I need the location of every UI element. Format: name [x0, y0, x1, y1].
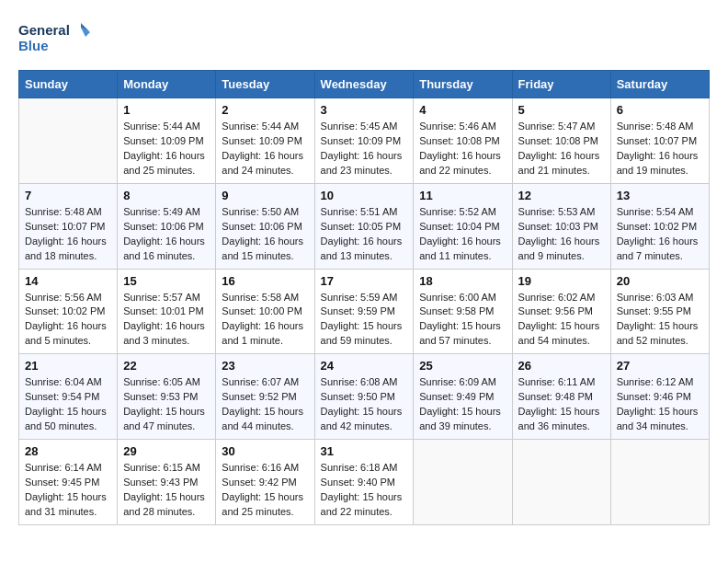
calendar-cell: 14Sunrise: 5:56 AM Sunset: 10:02 PM Dayl…	[19, 269, 118, 354]
day-info: Sunrise: 5:56 AM Sunset: 10:02 PM Daylig…	[25, 291, 111, 350]
day-number: 4	[419, 103, 506, 117]
calendar-week-row: 28Sunrise: 6:14 AM Sunset: 9:45 PM Dayli…	[19, 440, 710, 525]
day-number: 31	[321, 444, 408, 458]
day-info: Sunrise: 6:14 AM Sunset: 9:45 PM Dayligh…	[25, 461, 111, 520]
day-number: 1	[123, 103, 210, 117]
day-number: 30	[222, 444, 308, 458]
day-number: 23	[222, 359, 308, 373]
day-info: Sunrise: 6:05 AM Sunset: 9:53 PM Dayligh…	[123, 375, 210, 434]
day-info: Sunrise: 5:54 AM Sunset: 10:02 PM Daylig…	[617, 205, 703, 264]
calendar-cell	[19, 98, 118, 184]
day-number: 6	[617, 103, 703, 117]
day-number: 12	[518, 189, 605, 202]
day-number: 9	[222, 189, 308, 202]
day-number: 21	[25, 359, 111, 373]
day-info: Sunrise: 5:58 AM Sunset: 10:00 PM Daylig…	[222, 291, 308, 350]
calendar-cell: 22Sunrise: 6:05 AM Sunset: 9:53 PM Dayli…	[118, 354, 216, 440]
day-info: Sunrise: 5:46 AM Sunset: 10:08 PM Daylig…	[419, 120, 506, 178]
day-info: Sunrise: 5:53 AM Sunset: 10:03 PM Daylig…	[518, 205, 605, 264]
day-number: 19	[518, 274, 605, 288]
day-info: Sunrise: 6:07 AM Sunset: 9:52 PM Dayligh…	[222, 375, 308, 434]
day-number: 25	[419, 359, 506, 373]
day-info: Sunrise: 5:59 AM Sunset: 9:59 PM Dayligh…	[321, 291, 408, 350]
day-number: 26	[518, 359, 605, 373]
weekday-header: Sunday	[19, 71, 118, 98]
calendar-cell: 29Sunrise: 6:15 AM Sunset: 9:43 PM Dayli…	[118, 440, 216, 525]
day-info: Sunrise: 6:02 AM Sunset: 9:56 PM Dayligh…	[518, 291, 605, 350]
day-info: Sunrise: 6:09 AM Sunset: 9:49 PM Dayligh…	[419, 375, 506, 434]
day-number: 22	[123, 359, 210, 373]
calendar-cell: 3Sunrise: 5:45 AM Sunset: 10:09 PM Dayli…	[314, 98, 414, 184]
day-info: Sunrise: 5:48 AM Sunset: 10:07 PM Daylig…	[25, 205, 111, 264]
day-number: 2	[222, 103, 308, 117]
calendar-cell: 28Sunrise: 6:14 AM Sunset: 9:45 PM Dayli…	[19, 440, 118, 525]
weekday-header: Saturday	[610, 71, 709, 98]
calendar-cell: 1Sunrise: 5:44 AM Sunset: 10:09 PM Dayli…	[118, 98, 216, 184]
day-info: Sunrise: 5:50 AM Sunset: 10:06 PM Daylig…	[222, 205, 308, 264]
day-info: Sunrise: 5:45 AM Sunset: 10:09 PM Daylig…	[321, 120, 408, 178]
day-info: Sunrise: 5:44 AM Sunset: 10:09 PM Daylig…	[222, 120, 308, 178]
calendar-cell: 17Sunrise: 5:59 AM Sunset: 9:59 PM Dayli…	[314, 269, 414, 354]
day-number: 11	[419, 189, 506, 202]
calendar-cell: 6Sunrise: 5:48 AM Sunset: 10:07 PM Dayli…	[610, 98, 709, 184]
calendar-week-row: 14Sunrise: 5:56 AM Sunset: 10:02 PM Dayl…	[19, 269, 710, 354]
calendar-cell: 7Sunrise: 5:48 AM Sunset: 10:07 PM Dayli…	[19, 183, 118, 269]
calendar-header-row: SundayMondayTuesdayWednesdayThursdayFrid…	[19, 71, 710, 98]
calendar-cell	[512, 440, 610, 525]
day-number: 18	[419, 274, 506, 288]
calendar-cell: 31Sunrise: 6:18 AM Sunset: 9:40 PM Dayli…	[314, 440, 414, 525]
day-info: Sunrise: 6:18 AM Sunset: 9:40 PM Dayligh…	[321, 461, 408, 520]
day-info: Sunrise: 5:51 AM Sunset: 10:05 PM Daylig…	[321, 205, 408, 264]
calendar-cell: 15Sunrise: 5:57 AM Sunset: 10:01 PM Dayl…	[118, 269, 216, 354]
calendar-week-row: 21Sunrise: 6:04 AM Sunset: 9:54 PM Dayli…	[19, 354, 710, 440]
calendar-cell: 11Sunrise: 5:52 AM Sunset: 10:04 PM Dayl…	[414, 183, 512, 269]
weekday-header: Monday	[118, 71, 216, 98]
calendar-cell: 16Sunrise: 5:58 AM Sunset: 10:00 PM Dayl…	[216, 269, 314, 354]
day-number: 8	[123, 189, 210, 202]
day-info: Sunrise: 6:12 AM Sunset: 9:46 PM Dayligh…	[617, 375, 703, 434]
calendar-cell: 13Sunrise: 5:54 AM Sunset: 10:02 PM Dayl…	[610, 183, 709, 269]
day-number: 5	[518, 103, 605, 117]
day-info: Sunrise: 5:47 AM Sunset: 10:08 PM Daylig…	[518, 120, 605, 178]
calendar-cell	[610, 440, 709, 525]
calendar-cell: 10Sunrise: 5:51 AM Sunset: 10:05 PM Dayl…	[314, 183, 414, 269]
day-info: Sunrise: 5:49 AM Sunset: 10:06 PM Daylig…	[123, 205, 210, 264]
day-number: 20	[617, 274, 703, 288]
day-number: 3	[321, 103, 408, 117]
calendar-cell: 24Sunrise: 6:08 AM Sunset: 9:50 PM Dayli…	[314, 354, 414, 440]
calendar-cell: 18Sunrise: 6:00 AM Sunset: 9:58 PM Dayli…	[414, 269, 512, 354]
calendar-cell: 5Sunrise: 5:47 AM Sunset: 10:08 PM Dayli…	[512, 98, 610, 184]
page-header: General Blue	[18, 18, 710, 55]
day-info: Sunrise: 5:48 AM Sunset: 10:07 PM Daylig…	[617, 120, 703, 178]
day-info: Sunrise: 6:00 AM Sunset: 9:58 PM Dayligh…	[419, 291, 506, 350]
calendar-cell: 30Sunrise: 6:16 AM Sunset: 9:42 PM Dayli…	[216, 440, 314, 525]
calendar-week-row: 1Sunrise: 5:44 AM Sunset: 10:09 PM Dayli…	[19, 98, 710, 184]
day-number: 14	[25, 274, 111, 288]
day-number: 28	[25, 444, 111, 458]
calendar-cell: 8Sunrise: 5:49 AM Sunset: 10:06 PM Dayli…	[118, 183, 216, 269]
weekday-header: Thursday	[414, 71, 512, 98]
weekday-header: Wednesday	[314, 71, 414, 98]
svg-text:Blue: Blue	[18, 38, 49, 53]
day-info: Sunrise: 6:16 AM Sunset: 9:42 PM Dayligh…	[222, 461, 308, 520]
day-number: 7	[25, 189, 111, 202]
calendar-cell: 25Sunrise: 6:09 AM Sunset: 9:49 PM Dayli…	[414, 354, 512, 440]
day-info: Sunrise: 5:44 AM Sunset: 10:09 PM Daylig…	[123, 120, 210, 178]
day-number: 17	[321, 274, 408, 288]
calendar-cell: 2Sunrise: 5:44 AM Sunset: 10:09 PM Dayli…	[216, 98, 314, 184]
day-number: 15	[123, 274, 210, 288]
day-number: 13	[617, 189, 703, 202]
day-info: Sunrise: 6:08 AM Sunset: 9:50 PM Dayligh…	[321, 375, 408, 434]
calendar-cell: 4Sunrise: 5:46 AM Sunset: 10:08 PM Dayli…	[414, 98, 512, 184]
calendar-table: SundayMondayTuesdayWednesdayThursdayFrid…	[18, 70, 710, 525]
calendar-cell: 23Sunrise: 6:07 AM Sunset: 9:52 PM Dayli…	[216, 354, 314, 440]
day-info: Sunrise: 6:11 AM Sunset: 9:48 PM Dayligh…	[518, 375, 605, 434]
svg-text:General: General	[18, 22, 70, 38]
day-info: Sunrise: 5:57 AM Sunset: 10:01 PM Daylig…	[123, 291, 210, 350]
logo: General Blue	[18, 18, 92, 55]
day-info: Sunrise: 5:52 AM Sunset: 10:04 PM Daylig…	[419, 205, 506, 264]
day-number: 10	[321, 189, 408, 202]
calendar-cell	[414, 440, 512, 525]
calendar-cell: 19Sunrise: 6:02 AM Sunset: 9:56 PM Dayli…	[512, 269, 610, 354]
calendar-cell: 21Sunrise: 6:04 AM Sunset: 9:54 PM Dayli…	[19, 354, 118, 440]
